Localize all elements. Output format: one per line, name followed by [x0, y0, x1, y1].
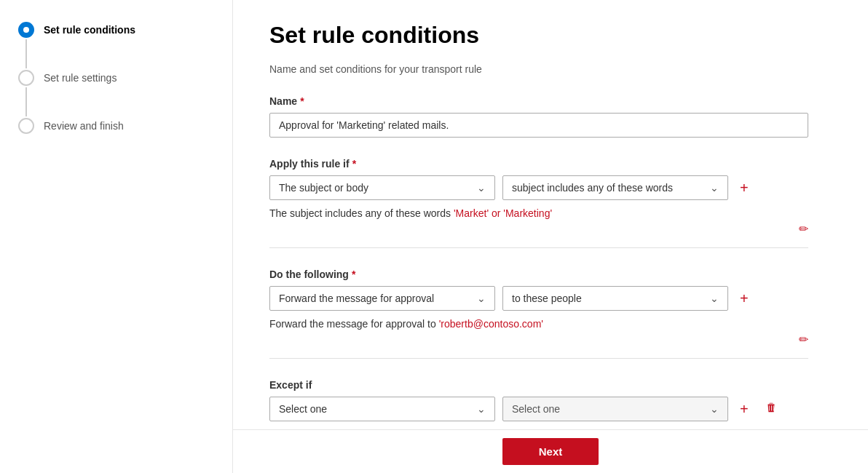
except-if-add-button[interactable]: + [735, 399, 753, 419]
step-item-set-rule-settings: Set rule settings [17, 70, 215, 118]
sidebar: Set rule conditions Set rule settings Re… [0, 0, 233, 473]
main-content: Set rule conditions Name and set conditi… [233, 0, 868, 429]
name-required-star: * [300, 95, 304, 107]
except-dropdown2-chevron-icon: ⌄ [710, 403, 719, 415]
apply-rule-add-button[interactable]: + [735, 178, 753, 198]
except-if-label: Except if [269, 379, 832, 391]
step-item-set-rule-conditions: Set rule conditions [17, 22, 215, 70]
name-field-group: Name * [269, 95, 832, 138]
do-following-edit-icon[interactable]: ✏ [799, 333, 808, 346]
step-label-2: Set rule settings [44, 70, 117, 86]
do-following-required-star: * [352, 269, 355, 280]
stepper: Set rule conditions Set rule settings Re… [17, 22, 215, 134]
step-line-2 [25, 87, 27, 116]
apply-rule-field-group: Apply this rule if * The subject or body… [269, 158, 832, 248]
do-following-field-group: Do the following * Forward the message f… [269, 269, 832, 359]
apply-rule-condition-text: The subject includes any of these words … [269, 207, 832, 219]
except-if-dropdown-row: Select one ⌄ Select one ⌄ + [269, 397, 832, 421]
do-following-condition-text: Forward the message for approval to 'rob… [269, 318, 832, 330]
apply-rule-required-star: * [352, 158, 356, 170]
do-following-divider [269, 358, 808, 359]
apply-rule-edit-row: ✏ [269, 222, 808, 236]
bottom-bar: Next [233, 429, 868, 473]
except-if-field-group: Except if Select one ⌄ Select one ⌄ + [269, 379, 832, 421]
except-if-dropdown-1[interactable]: Select one ⌄ [269, 397, 495, 421]
step-label-1: Set rule conditions [44, 22, 135, 38]
except-if-dropdown-2[interactable]: Select one ⌄ [502, 397, 728, 421]
next-button[interactable]: Next [502, 438, 599, 465]
name-label: Name * [269, 95, 832, 107]
do-following-dropdown-1[interactable]: Forward the message for approval ⌄ [269, 286, 495, 311]
do-following-dropdown-row: Forward the message for approval ⌄ to th… [269, 286, 832, 311]
do-following-edit-row: ✏ [269, 333, 808, 346]
name-input[interactable] [269, 113, 808, 138]
do-following-add-button[interactable]: + [735, 288, 753, 309]
do-dropdown2-chevron-icon: ⌄ [710, 293, 719, 304]
apply-dropdown1-chevron-icon: ⌄ [477, 182, 486, 194]
do-following-dropdown-2[interactable]: to these people ⌄ [502, 286, 728, 311]
step-circle-3 [18, 118, 34, 134]
apply-rule-dropdown-row: The subject or body ⌄ subject includes a… [269, 175, 832, 200]
step-line-1 [25, 39, 27, 68]
page-subtitle: Name and set conditions for your transpo… [269, 63, 832, 75]
apply-rule-dropdown-1[interactable]: The subject or body ⌄ [269, 175, 495, 200]
apply-rule-divider [269, 247, 808, 248]
except-dropdown1-chevron-icon: ⌄ [477, 403, 486, 415]
step-circle-2 [18, 70, 34, 86]
do-dropdown1-chevron-icon: ⌄ [477, 293, 486, 304]
page-title: Set rule conditions [269, 22, 832, 49]
apply-rule-edit-icon[interactable]: ✏ [799, 222, 808, 236]
except-if-delete-button[interactable] [760, 398, 782, 420]
apply-rule-label: Apply this rule if * [269, 158, 832, 170]
apply-dropdown2-chevron-icon: ⌄ [710, 182, 719, 194]
apply-rule-dropdown-2[interactable]: subject includes any of these words ⌄ [502, 175, 728, 200]
step-label-3: Review and finish [44, 118, 124, 134]
step-circle-1 [18, 22, 34, 38]
step-item-review-and-finish: Review and finish [17, 118, 215, 134]
trash-icon [765, 401, 778, 414]
do-following-label: Do the following * [269, 269, 832, 280]
